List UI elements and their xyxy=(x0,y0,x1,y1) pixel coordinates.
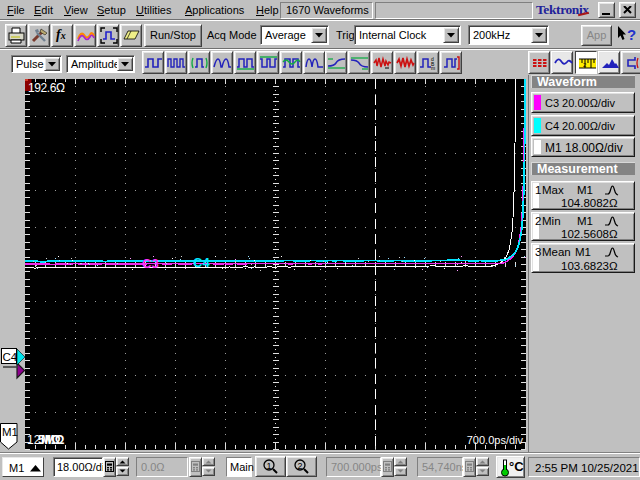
svg-text:?: ? xyxy=(627,26,636,43)
svg-text:m: m xyxy=(431,65,435,70)
svg-text:C3: C3 xyxy=(142,256,159,271)
svg-text:M1: M1 xyxy=(2,426,18,438)
svg-text:1: 1 xyxy=(267,461,272,471)
svg-text:C4: C4 xyxy=(3,351,18,363)
svg-text:C4: C4 xyxy=(193,255,210,270)
svg-text:700.0ps/div: 700.0ps/div xyxy=(467,434,524,446)
svg-text:192.6Ω: 192.6Ω xyxy=(28,81,65,95)
svg-text:MΩ: MΩ xyxy=(41,433,61,447)
svg-text:2: 2 xyxy=(298,461,303,471)
